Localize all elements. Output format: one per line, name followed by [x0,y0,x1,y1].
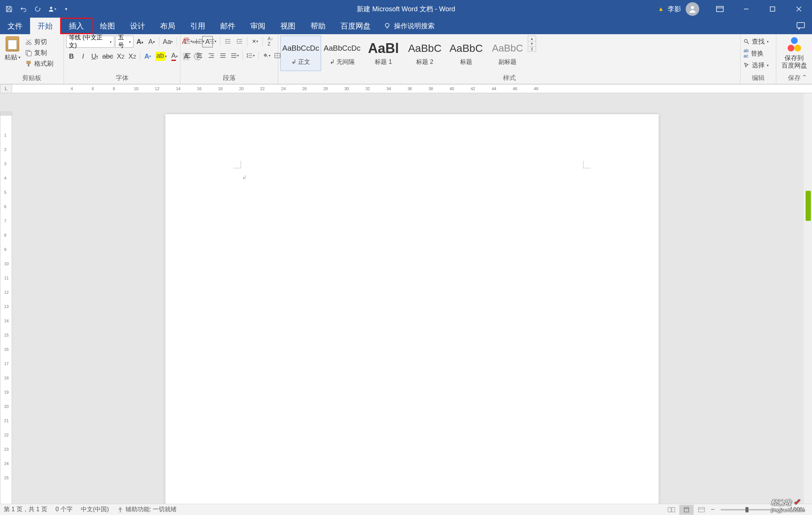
align-left-button[interactable] [183,50,193,61]
status-a11y[interactable]: 辅助功能: 一切就绪 [117,506,177,513]
find-button[interactable]: 查找▾ [744,37,769,46]
select-button[interactable]: 选择▾ [744,61,769,69]
strikethrough-button[interactable]: abc [101,51,114,62]
italic-button[interactable]: I [78,51,88,62]
sort-button[interactable]: A↓Z [265,36,276,47]
shading-button[interactable]: ▾ [261,50,272,61]
style-heading1[interactable]: AaBl标题 1 [363,36,404,71]
save-icon[interactable] [5,5,14,14]
maximize-icon[interactable] [759,0,786,18]
paste-icon[interactable] [6,36,19,51]
format-painter-button[interactable]: 格式刷 [24,59,55,68]
asian-layout-button[interactable]: ✕▾ [250,36,260,47]
user-avatar-icon[interactable] [686,2,699,16]
cut-button[interactable]: 剪切 [24,37,55,47]
underline-button[interactable]: U▾ [89,51,100,62]
svg-rect-3 [717,6,723,12]
increase-indent-button[interactable] [234,36,245,47]
svg-rect-71 [698,507,704,512]
ruler-corner[interactable]: L [0,84,12,93]
shrink-font-button[interactable]: A▾ [146,36,157,47]
baidu-cloud-icon[interactable] [787,37,802,52]
user-name[interactable]: 李影 [668,5,681,14]
minimize-icon[interactable] [733,0,759,18]
style-subtitle[interactable]: AaBbC副标题 [487,36,528,71]
align-center-button[interactable] [194,50,205,61]
svg-rect-20 [28,63,29,66]
comments-icon[interactable] [796,22,805,30]
tab-references[interactable]: 引用 [183,18,213,34]
change-case-button[interactable]: Aa▾ [162,36,174,47]
view-web-icon[interactable] [694,505,709,515]
zoom-out-button[interactable]: − [709,506,716,513]
style-title[interactable]: AaBbC标题 [446,36,486,71]
vertical-scrollbar[interactable] [804,93,812,504]
font-color-button[interactable]: A▾ [169,51,180,62]
replace-button[interactable]: abac替换 [744,48,769,59]
redo-icon[interactable] [33,5,42,14]
multilevel-button[interactable]: ▾ [207,36,218,47]
grow-font-button[interactable]: A▴ [135,36,145,47]
styles-up-icon[interactable]: ▴ [528,36,536,41]
tab-review[interactable]: 审阅 [243,18,273,34]
copy-button[interactable]: 复制 [24,48,55,57]
qat-customize-icon[interactable]: ▾ [62,5,71,14]
style-normal[interactable]: AaBbCcDc↲ 正文 [280,36,321,71]
font-name-combo[interactable]: 等线 (中文正文)▾ [66,36,114,48]
decrease-indent-button[interactable] [223,36,233,47]
tab-view[interactable]: 视图 [273,18,303,34]
superscript-button[interactable]: X2 [127,51,138,62]
tab-home[interactable]: 开始 [30,18,60,34]
tab-help[interactable]: 帮助 [303,18,333,34]
view-read-icon[interactable] [664,505,679,515]
collapse-ribbon-icon[interactable]: ⌃ [802,74,807,81]
view-print-icon[interactable] [679,505,694,515]
align-right-button[interactable] [206,50,217,61]
account-icon[interactable]: ▾ [47,5,56,14]
undo-icon[interactable] [19,5,28,14]
style-no-spacing[interactable]: AaBbCcDc↲ 无间隔 [322,36,362,71]
distribute-button[interactable]: ▾ [229,50,240,61]
svg-rect-6 [770,7,775,11]
document-page[interactable]: ↲ [165,114,659,504]
tab-draw[interactable]: 绘图 [92,18,123,34]
numbering-button[interactable]: 123▾ [195,36,206,47]
subscript-button[interactable]: X2 [115,51,126,62]
tab-design[interactable]: 设计 [123,18,153,34]
paragraph-mark: ↲ [242,174,247,180]
line-spacing-button[interactable]: ▾ [245,50,256,61]
styles-expand-icon[interactable]: ⊻ [528,47,536,51]
zoom-slider[interactable] [721,509,773,510]
scrollbar-thumb[interactable] [806,191,811,221]
font-size-combo[interactable]: 五号▾ [115,36,133,48]
highlight-button[interactable]: ab▾ [154,51,168,62]
tab-mailings[interactable]: 邮件 [213,18,243,34]
replace-icon: abac [744,48,748,59]
save-baidu-button[interactable]: 保存到百度网盘 [782,54,807,70]
status-page[interactable]: 第 1 页，共 1 页 [4,506,47,513]
group-label-clipboard: 剪贴板 [2,72,61,84]
text-effects-button[interactable]: A▾ [142,51,153,62]
horizontal-ruler[interactable]: 4681012141618202224262830323436384042444… [12,84,812,93]
bold-button[interactable]: B [66,51,77,62]
style-heading2[interactable]: AaBbC标题 2 [404,36,445,71]
warning-icon[interactable]: ▲ [658,6,664,12]
ribbon-display-icon[interactable] [707,0,733,18]
status-lang[interactable]: 中文(中国) [81,506,109,513]
tab-layout[interactable]: 布局 [153,18,183,34]
status-words[interactable]: 0 个字 [56,506,73,513]
tab-baidu[interactable]: 百度网盘 [333,18,378,34]
zoom-thumb[interactable] [745,507,748,512]
tell-me-search[interactable]: 操作说明搜索 [383,18,435,34]
tab-file[interactable]: 文件 [0,18,30,34]
close-icon[interactable] [786,0,812,18]
margin-corner-tr [583,161,591,168]
styles-down-icon[interactable]: ▾ [528,41,536,47]
group-label-paragraph: 段落 [183,72,276,84]
svg-rect-19 [27,61,30,63]
paste-button[interactable]: 粘贴▾ [5,53,20,62]
tab-insert[interactable]: 插入 [60,18,92,34]
group-clipboard: 粘贴▾ 剪切 复制 格式刷 剪贴板 [0,34,64,84]
vertical-ruler[interactable]: 1234567891011121314151617181920212223242… [0,111,12,504]
justify-button[interactable] [218,50,228,61]
